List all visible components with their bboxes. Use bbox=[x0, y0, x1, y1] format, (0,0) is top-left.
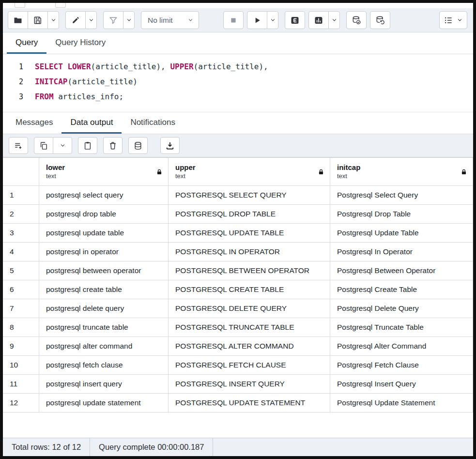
download-results-button[interactable] bbox=[160, 137, 180, 154]
table-cell[interactable]: Postgresql Insert Query bbox=[330, 375, 473, 394]
table-cell[interactable]: postgresql delete query bbox=[39, 299, 169, 318]
copy-icon bbox=[39, 141, 48, 151]
table-cell[interactable]: postgresql in operator bbox=[39, 243, 169, 261]
sql-editor[interactable]: 1SELECT LOWER(article_title), UPPER(arti… bbox=[3, 54, 473, 112]
column-name: lower bbox=[46, 163, 65, 172]
table-cell[interactable]: postgresql select query bbox=[39, 186, 169, 205]
save-icon bbox=[33, 15, 43, 25]
table-cell[interactable]: Postgresql Drop Table bbox=[330, 205, 473, 224]
edit-group bbox=[65, 11, 97, 29]
status-total-rows: Total rows: 12 of 12 bbox=[3, 438, 90, 456]
table-cell[interactable]: postgresql fetch clause bbox=[39, 356, 169, 375]
tab-data-output[interactable]: Data output bbox=[61, 112, 122, 134]
explain-button[interactable] bbox=[285, 11, 305, 29]
row-number[interactable]: 6 bbox=[3, 280, 39, 299]
save-data-changes-button[interactable] bbox=[128, 137, 148, 154]
line-number: 2 bbox=[3, 77, 35, 86]
filter-button[interactable] bbox=[103, 11, 123, 29]
row-number[interactable]: 12 bbox=[3, 394, 39, 413]
open-file-button[interactable] bbox=[8, 11, 28, 29]
table-cell[interactable]: Postgresql In Operator bbox=[330, 243, 473, 261]
row-number[interactable]: 7 bbox=[3, 299, 39, 318]
table-cell[interactable]: postgresql drop table bbox=[39, 205, 169, 224]
row-number[interactable]: 10 bbox=[3, 356, 39, 375]
table-cell[interactable]: POSTGRESQL BETWEEN OPERATOR bbox=[169, 261, 330, 280]
table-cell[interactable]: POSTGRESQL ALTER COMMAND bbox=[169, 337, 330, 356]
rollback-button[interactable] bbox=[370, 11, 390, 29]
table-cell[interactable]: Postgresql Update Table bbox=[330, 224, 473, 243]
table-cell[interactable]: postgresql truncate table bbox=[39, 318, 169, 337]
delete-row-button[interactable] bbox=[103, 137, 123, 154]
addrow-icon bbox=[14, 141, 23, 151]
row-number[interactable]: 2 bbox=[3, 205, 39, 224]
save-file-button-dropdown[interactable] bbox=[47, 11, 59, 29]
table-cell[interactable]: POSTGRESQL IN OPERATOR bbox=[169, 243, 330, 261]
table-cell[interactable]: Postgresql Alter Command bbox=[330, 337, 473, 356]
table-cell[interactable]: Postgresql Select Query bbox=[330, 186, 473, 205]
table-cell[interactable]: POSTGRESQL DROP TABLE bbox=[169, 205, 330, 224]
column-header-lower[interactable]: lowertext bbox=[39, 158, 169, 186]
chevron-icon bbox=[88, 17, 94, 23]
table-cell[interactable]: Postgresql Fetch Clause bbox=[330, 356, 473, 375]
table-cell[interactable]: POSTGRESQL DELETE QUERY bbox=[169, 299, 330, 318]
status-query-complete: Query complete 00:00:00.187 bbox=[90, 438, 213, 456]
filter-button-dropdown[interactable] bbox=[123, 11, 135, 29]
commit-button[interactable] bbox=[346, 11, 367, 29]
table-row: 8postgresql truncate tablePOSTGRESQL TRU… bbox=[3, 318, 473, 337]
table-row: 4postgresql in operatorPOSTGRESQL IN OPE… bbox=[3, 243, 473, 261]
cancel-query-button[interactable] bbox=[223, 11, 244, 29]
add-row-group bbox=[9, 137, 28, 154]
table-cell[interactable]: Postgresql Delete Query bbox=[330, 299, 473, 318]
add-row-button[interactable] bbox=[9, 137, 28, 154]
table-cell[interactable]: POSTGRESQL CREATE TABLE bbox=[169, 280, 330, 299]
row-number[interactable]: 1 bbox=[3, 186, 39, 205]
copy-button-dropdown[interactable] bbox=[53, 137, 72, 154]
column-name: upper bbox=[175, 163, 196, 172]
tab-query-history[interactable]: Query History bbox=[46, 32, 114, 54]
grid-corner-cell[interactable] bbox=[3, 158, 39, 186]
column-header-initcap[interactable]: initcaptext bbox=[330, 158, 473, 186]
table-row: 3postgresql update tablePOSTGRESQL UPDAT… bbox=[3, 224, 473, 243]
edit-button[interactable] bbox=[65, 11, 86, 29]
table-cell[interactable]: postgresql update statement bbox=[39, 394, 169, 413]
table-cell[interactable]: postgresql between operator bbox=[39, 261, 169, 280]
row-number[interactable]: 8 bbox=[3, 318, 39, 337]
row-limit-select-label: No limit bbox=[148, 16, 173, 25]
tab-query[interactable]: Query bbox=[7, 32, 46, 54]
table-cell[interactable]: POSTGRESQL UPDATE TABLE bbox=[169, 224, 330, 243]
copy-button[interactable] bbox=[34, 137, 53, 154]
column-type: text bbox=[337, 172, 347, 181]
save-file-button[interactable] bbox=[28, 11, 48, 29]
table-cell[interactable]: Postgresql Truncate Table bbox=[330, 318, 473, 337]
column-header-upper[interactable]: uppertext bbox=[169, 158, 330, 186]
table-cell[interactable]: POSTGRESQL SELECT QUERY bbox=[169, 186, 330, 205]
table-cell[interactable]: POSTGRESQL INSERT QUERY bbox=[169, 375, 330, 394]
line-number: 1 bbox=[3, 62, 35, 71]
table-cell[interactable]: POSTGRESQL UPDATE STATEMENT bbox=[169, 394, 330, 413]
explain-analyze-button[interactable] bbox=[308, 11, 329, 29]
table-cell[interactable]: POSTGRESQL FETCH CLAUSE bbox=[169, 356, 330, 375]
table-cell[interactable]: POSTGRESQL TRUNCATE TABLE bbox=[169, 318, 330, 337]
edit-button-dropdown[interactable] bbox=[85, 11, 97, 29]
table-cell[interactable]: Postgresql Between Operator bbox=[330, 261, 473, 280]
execute-button-dropdown[interactable] bbox=[267, 11, 278, 29]
row-number[interactable]: 4 bbox=[3, 243, 39, 261]
execute-button[interactable] bbox=[247, 11, 267, 29]
explain-analyze-button-dropdown[interactable] bbox=[328, 11, 340, 29]
execute-group bbox=[247, 11, 278, 29]
paste-button[interactable] bbox=[78, 137, 97, 154]
row-limit-select[interactable]: No limit bbox=[141, 11, 199, 29]
table-cell[interactable]: postgresql insert query bbox=[39, 375, 169, 394]
macros-button[interactable] bbox=[439, 11, 467, 29]
tab-notifications[interactable]: Notifications bbox=[122, 112, 184, 134]
table-cell[interactable]: postgresql alter command bbox=[39, 337, 169, 356]
table-cell[interactable]: Postgresql Create Table bbox=[330, 280, 473, 299]
tab-messages[interactable]: Messages bbox=[7, 112, 61, 134]
table-cell[interactable]: Postgresql Update Statement bbox=[330, 394, 473, 413]
row-number[interactable]: 9 bbox=[3, 337, 39, 356]
row-number[interactable]: 3 bbox=[3, 224, 39, 243]
table-cell[interactable]: postgresql update table bbox=[39, 224, 169, 243]
row-number[interactable]: 11 bbox=[3, 375, 39, 394]
table-cell[interactable]: postgresql create table bbox=[39, 280, 169, 299]
row-number[interactable]: 5 bbox=[3, 261, 39, 280]
